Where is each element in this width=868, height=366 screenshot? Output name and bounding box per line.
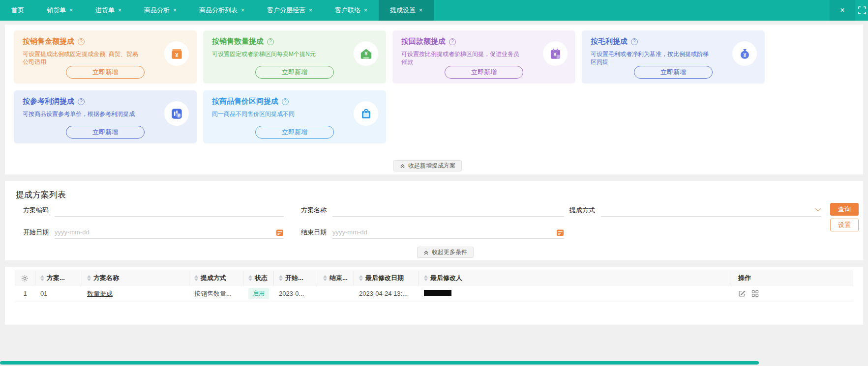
- sort-icon[interactable]: [40, 275, 44, 281]
- scheme-code-input[interactable]: [55, 206, 284, 214]
- close-all-tabs-icon[interactable]: ×: [830, 0, 855, 21]
- table-row: 1 01 数量提成 按销售数量... 启用 2023-0... 2023-04-…: [15, 285, 853, 302]
- card-description: 同一商品不同售价区间提成不同: [212, 110, 332, 118]
- modified-date-cell: 2023-04-24 13:...: [354, 290, 419, 297]
- tab-close-icon[interactable]: ×: [69, 7, 73, 13]
- commission-type-cell: 按销售数量...: [189, 289, 243, 298]
- header-label: 提成方式: [201, 274, 226, 282]
- sort-icon[interactable]: [323, 275, 327, 281]
- sort-icon[interactable]: [248, 275, 252, 281]
- tab-customer-contact[interactable]: 客户联络×: [324, 0, 379, 21]
- header-status[interactable]: 状态: [243, 271, 274, 285]
- end-date-label: 结束日期: [301, 228, 327, 237]
- add-now-button[interactable]: 立即新增: [66, 126, 145, 139]
- tab-close-icon[interactable]: ×: [118, 7, 121, 13]
- horizontal-scrollbar[interactable]: [0, 361, 759, 365]
- tab-label: 客户分层经营: [267, 6, 305, 15]
- header-label: 开始...: [285, 274, 303, 282]
- add-now-button[interactable]: 立即新增: [634, 66, 713, 79]
- calendar-icon[interactable]: [276, 228, 284, 236]
- collapse-label: 收起更多条件: [432, 248, 467, 256]
- chevron-down-icon[interactable]: [815, 205, 821, 211]
- help-icon[interactable]: ?: [631, 38, 638, 45]
- collapse-more-filters-button[interactable]: 收起更多条件: [417, 247, 474, 258]
- help-icon[interactable]: ?: [78, 98, 85, 105]
- column-settings-header[interactable]: [15, 271, 35, 285]
- settings-button[interactable]: 设置: [830, 219, 859, 231]
- card-title: 按销售数量提成?: [212, 37, 377, 46]
- help-icon[interactable]: ?: [449, 38, 456, 45]
- tab-purchase-order[interactable]: 进货单×: [84, 0, 133, 21]
- header-commission-type[interactable]: 提成方式: [189, 271, 243, 285]
- scheme-name-input[interactable]: [332, 206, 564, 214]
- header-scheme-code[interactable]: 方案...: [35, 271, 82, 285]
- scheme-table-panel: 方案... 方案名称 提成方式 状态 开始... 结束... 最后修改日期 最后…: [5, 267, 863, 325]
- end-date-input[interactable]: [332, 228, 556, 236]
- tab-close-icon[interactable]: ×: [173, 7, 177, 13]
- moneybag-icon: ¥: [732, 41, 757, 66]
- tab-close-icon[interactable]: ×: [241, 7, 244, 13]
- sort-icon[interactable]: [424, 275, 428, 281]
- scheme-name-link[interactable]: 数量提成: [87, 290, 113, 297]
- commission-type-field: 提成方式: [569, 204, 821, 217]
- add-now-button[interactable]: 立即新增: [445, 66, 523, 79]
- help-icon[interactable]: ?: [282, 98, 289, 105]
- header-scheme-name[interactable]: 方案名称: [82, 271, 189, 285]
- header-start-date[interactable]: 开始...: [274, 271, 318, 285]
- sort-icon[interactable]: [359, 275, 363, 281]
- sort-icon[interactable]: [87, 275, 91, 281]
- collapse-new-schemes-button[interactable]: 收起新增提成方案: [393, 160, 462, 171]
- help-icon[interactable]: ?: [267, 38, 274, 45]
- card-title: 按销售金额提成?: [23, 37, 188, 46]
- card-reference-profit-commission: 按参考利润提成? 可按商品设置参考单价，根据参考利润提成 立即新增 ¥: [14, 90, 197, 143]
- edit-icon[interactable]: [738, 290, 746, 297]
- home-yen-icon: ¥: [354, 41, 378, 66]
- svg-text:¥: ¥: [175, 51, 179, 58]
- tab-close-icon[interactable]: ×: [364, 7, 367, 13]
- tab-customer-tiering[interactable]: 客户分层经营×: [256, 0, 324, 21]
- card-description: 可设置毛利或者净利为基准，按比例提或阶梯区间提: [591, 50, 711, 66]
- tab-label: 销货单: [47, 6, 66, 15]
- card-description: 可设置按比例提或者阶梯区间提，促进业务员催款: [401, 50, 522, 66]
- card-title: 按商品售价区间提成?: [212, 97, 377, 106]
- search-button[interactable]: 查询: [830, 203, 859, 216]
- add-now-button[interactable]: 立即新增: [255, 66, 334, 79]
- sort-icon[interactable]: [194, 275, 198, 281]
- add-now-button[interactable]: 立即新增: [255, 126, 334, 139]
- start-date-input[interactable]: [55, 228, 276, 236]
- add-now-button[interactable]: 立即新增: [66, 66, 145, 79]
- header-modified-by[interactable]: 最后修改人: [419, 271, 730, 285]
- sort-icon[interactable]: [279, 275, 283, 281]
- card-gross-profit-commission: 按毛利提成? 可设置毛利或者净利为基准，按比例提或阶梯区间提 立即新增 ¥: [582, 30, 765, 84]
- card-title-text: 按回款额提成: [401, 37, 446, 46]
- fullscreen-icon[interactable]: [855, 0, 868, 21]
- scheme-code-label: 方案编码: [23, 206, 49, 215]
- help-icon[interactable]: ?: [78, 38, 85, 45]
- scheme-code-field: 方案编码: [23, 204, 284, 217]
- tab-product-analysis[interactable]: 商品分析×: [133, 0, 188, 21]
- svg-text:¥: ¥: [177, 113, 180, 118]
- tab-commission-settings[interactable]: 提成设置×: [379, 0, 434, 21]
- svg-text:¥: ¥: [553, 52, 556, 57]
- start-date-cell: 2023-0...: [274, 290, 318, 297]
- tab-sales-order[interactable]: 销货单×: [35, 0, 84, 21]
- card-description: 可设置提成比例或固定提成金额; 商贸、贸易公司适用: [23, 50, 143, 66]
- card-payment-received-commission: 按回款额提成? 可设置按比例提或者阶梯区间提，促进业务员催款 立即新增 ¥: [392, 30, 575, 84]
- header-end-date[interactable]: 结束...: [318, 271, 354, 285]
- card-title-text: 按毛利提成: [591, 37, 628, 46]
- more-grid-icon[interactable]: [751, 290, 759, 297]
- card-sales-quantity-commission: 按销售数量提成? 可设置固定或者阶梯区间每卖M个提N元 立即新增 ¥: [203, 30, 386, 84]
- commission-type-select[interactable]: [601, 206, 815, 214]
- double-chevron-up-icon: [423, 250, 429, 255]
- tab-close-icon[interactable]: ×: [419, 7, 422, 13]
- calendar-icon[interactable]: [556, 228, 564, 236]
- tab-home[interactable]: 首页: [0, 0, 35, 21]
- header-label: 最后修改日期: [365, 274, 404, 282]
- card-title: 按参考利润提成?: [23, 97, 188, 106]
- header-modified-date[interactable]: 最后修改日期: [354, 271, 419, 285]
- tab-product-analysis-list[interactable]: 商品分析列表×: [188, 0, 256, 21]
- commission-type-label: 提成方式: [569, 206, 595, 215]
- tab-close-icon[interactable]: ×: [309, 7, 312, 13]
- calendar-yen-icon: ¥: [543, 41, 568, 66]
- gear-icon[interactable]: [21, 275, 29, 282]
